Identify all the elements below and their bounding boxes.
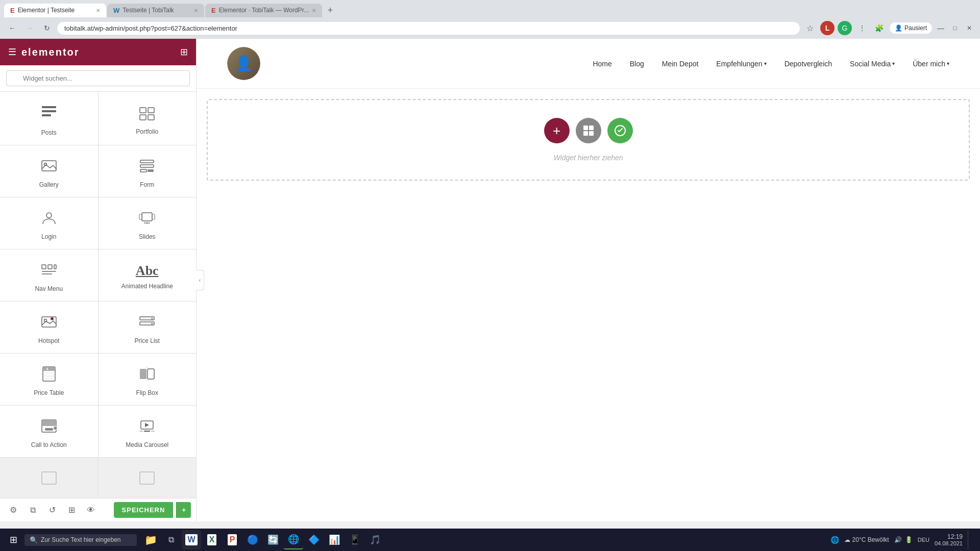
elementor-sidebar: ☰ elementor ⊞ Posts (0, 39, 197, 521)
nav-blog[interactable]: Blog (630, 60, 644, 68)
widget-gallery[interactable]: Gallery (0, 145, 98, 197)
widget-extra1[interactable] (0, 458, 98, 498)
tab2-close-btn[interactable]: ✕ (194, 8, 198, 13)
nav-ueber-mich[interactable]: Über mich▾ (913, 60, 949, 68)
widget-flip-box[interactable]: Flip Box (99, 354, 197, 405)
widget-animated-headline[interactable]: Abc Animated Headline (99, 249, 197, 301)
taskbar-app6[interactable]: 🔄 (263, 530, 283, 549)
widget-login[interactable]: Login (0, 197, 98, 249)
tab3-close-btn[interactable]: ✕ (312, 8, 316, 13)
taskbar-excel[interactable]: X (202, 530, 222, 549)
save-plus-button[interactable]: + (176, 502, 191, 518)
price-table-label: Price Table (34, 389, 64, 396)
widget-search-input[interactable] (6, 70, 190, 86)
taskbar-chrome[interactable]: 🌐 (284, 530, 303, 549)
extension-icon1[interactable]: L (820, 21, 835, 35)
new-tab-btn[interactable]: + (323, 3, 337, 17)
svg-text:+: + (51, 318, 53, 321)
price-list-label: Price List (135, 337, 160, 344)
sidebar-header: ☰ elementor ⊞ (0, 39, 196, 65)
responsive-tool-btn[interactable]: ⊞ (63, 502, 80, 518)
taskbar-app8[interactable]: 📊 (325, 530, 344, 549)
tab-close-btn[interactable]: ✕ (96, 8, 100, 13)
widget-hotspot[interactable]: + Hotspot (0, 302, 98, 353)
tab-elementor[interactable]: E Elementor | Testseite ✕ (4, 4, 106, 17)
taskbar-file-explorer[interactable]: 📁 (141, 530, 160, 549)
widget-media-carousel[interactable]: Media Carousel (99, 406, 197, 457)
history-tool-btn[interactable]: ↺ (44, 502, 60, 518)
back-btn[interactable]: ← (5, 21, 19, 35)
network-icon[interactable]: 🌐 (830, 536, 839, 544)
nav-mein-depot[interactable]: Mein Depot (662, 60, 699, 68)
taskbar-task-view[interactable]: ⧉ (161, 530, 181, 549)
svg-text:✕: ✕ (54, 427, 57, 430)
nav-home[interactable]: Home (593, 60, 611, 68)
widget-portfolio[interactable]: Portfolio (99, 92, 197, 145)
price-table-icon: $ (40, 365, 58, 385)
taskbar-app9[interactable]: 📱 (345, 530, 364, 549)
save-button[interactable]: SPEICHERN (114, 502, 174, 518)
widget-slides[interactable]: Slides (99, 197, 197, 249)
add-element-btn[interactable]: + (544, 118, 570, 143)
tab-wordpress[interactable]: E Elementor · TobiTalk — WordPr... ✕ (205, 4, 322, 17)
slides-icon (138, 209, 156, 229)
bookmark-icon[interactable]: ☆ (803, 21, 817, 35)
widget-price-table[interactable]: $ Price Table (0, 354, 98, 405)
gallery-label: Gallery (39, 181, 59, 188)
nav-depotvergleich[interactable]: Depotvergleich (785, 60, 832, 68)
extra1-icon (40, 469, 58, 489)
svg-point-17 (144, 222, 146, 223)
show-desktop-btn[interactable] (968, 531, 972, 549)
reload-btn[interactable]: ↻ (40, 21, 54, 35)
battery-icon[interactable]: 🔋 (905, 536, 913, 543)
svg-rect-42 (148, 369, 154, 379)
taskbar-edge[interactable]: 🔷 (304, 530, 324, 549)
extensions-btn[interactable]: 🧩 (872, 21, 887, 35)
svg-rect-3 (140, 108, 146, 113)
svg-rect-10 (140, 165, 154, 167)
add-layout-btn[interactable] (576, 118, 601, 143)
minimize-btn[interactable]: — (935, 22, 946, 34)
profile-btn[interactable]: 👤 Pausiert (890, 22, 932, 34)
sidebar-collapse-tab[interactable]: ‹ (196, 270, 204, 290)
grid-view-icon[interactable]: ⊞ (180, 46, 188, 58)
layers-tool-btn[interactable]: ⧉ (24, 502, 41, 518)
tab-favicon: E (10, 7, 15, 14)
call-to-action-icon: ✕ (40, 417, 58, 437)
svg-rect-14 (142, 213, 152, 221)
tab-testseite[interactable]: W Testseite | TobiTalk ✕ (107, 4, 204, 17)
taskbar-app5[interactable]: 🔵 (243, 530, 262, 549)
taskbar-spotify[interactable]: 🎵 (365, 530, 385, 549)
widget-price-list[interactable]: $ $ Price List (99, 302, 197, 353)
widget-posts[interactable]: Posts (0, 92, 98, 145)
taskbar-powerpoint[interactable]: P (223, 530, 242, 549)
hamburger-icon[interactable]: ☰ (8, 46, 16, 58)
start-btn[interactable]: ⊞ (4, 531, 22, 549)
maximize-btn[interactable]: □ (949, 22, 961, 34)
extension-icon3[interactable]: ⋮ (855, 21, 869, 35)
svg-rect-45 (45, 428, 53, 431)
profile-icon: 👤 (895, 24, 902, 32)
taskbar-word[interactable]: W (182, 530, 201, 549)
address-input[interactable] (57, 22, 800, 35)
widget-nav-menu[interactable]: Nav Menu (0, 249, 98, 301)
widget-form[interactable]: Form (99, 145, 197, 197)
widget-call-to-action[interactable]: ✕ Call to Action (0, 406, 98, 457)
taskbar-search[interactable]: 🔍 Zur Suche Text hier eingeben (24, 534, 137, 546)
extension-icon2[interactable]: G (838, 21, 852, 35)
taskbar-date: 04.08.2021 (935, 540, 963, 546)
preview-tool-btn[interactable]: 👁 (83, 502, 99, 518)
nav-social-media[interactable]: Social Media▾ (850, 60, 895, 68)
animated-headline-label: Animated Headline (121, 283, 173, 290)
widget-extra2[interactable] (99, 458, 197, 498)
portfolio-icon (138, 104, 156, 124)
add-template-btn[interactable] (607, 118, 633, 143)
volume-icon[interactable]: 🔊 (894, 536, 902, 543)
posts-label: Posts (41, 129, 57, 136)
svg-rect-36 (43, 367, 55, 371)
forward-btn[interactable]: → (22, 21, 37, 35)
settings-tool-btn[interactable]: ⚙ (5, 502, 21, 518)
close-btn[interactable]: ✕ (964, 22, 975, 34)
nav-empfehlungen[interactable]: Empfehlungen▾ (716, 60, 766, 68)
site-logo: 👤 (227, 47, 260, 80)
